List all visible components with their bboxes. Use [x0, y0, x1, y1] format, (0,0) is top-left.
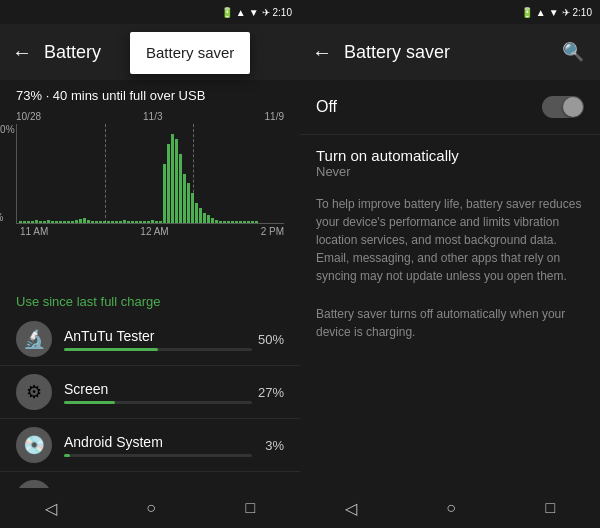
battery-saver-toggle[interactable]	[542, 96, 584, 118]
chart-bar	[75, 220, 78, 223]
chart-bar	[27, 221, 30, 223]
chart-bar	[91, 221, 94, 223]
nav-home-left[interactable]: ○	[126, 491, 176, 525]
battery-icon: 🔋	[221, 7, 233, 18]
chart-bar	[43, 221, 46, 223]
chart-bar	[55, 221, 58, 223]
chart-bar	[183, 174, 186, 224]
signal-icon-right: ▲	[536, 7, 546, 18]
chart-bar	[159, 221, 162, 223]
chart-bar	[131, 221, 134, 223]
description-1: To help improve battery life, battery sa…	[300, 183, 600, 297]
status-icons-right: 🔋 ▲ ▼ ✈ 2:10	[521, 7, 592, 18]
chart-bar	[187, 183, 190, 223]
chart-bars	[17, 124, 284, 223]
chart-bar	[107, 221, 110, 223]
app-info: Screen	[64, 381, 252, 404]
chart-bar	[195, 203, 198, 223]
chart-bar	[239, 221, 242, 223]
chart-bar	[163, 164, 166, 223]
chart-bar	[59, 221, 62, 223]
app-info: Android System	[64, 434, 252, 457]
date-label-3: 11/9	[265, 111, 284, 122]
chart-bar	[207, 215, 210, 223]
signal-icon: ▲	[236, 7, 246, 18]
description-2: Battery saver turns off automatically wh…	[300, 297, 600, 353]
chart-bar	[243, 221, 246, 223]
nav-home-right[interactable]: ○	[426, 491, 476, 525]
chart-bar	[191, 193, 194, 223]
y-label-top: 100%	[0, 124, 15, 135]
chart-bar	[19, 221, 22, 223]
back-button-left[interactable]: ←	[8, 37, 36, 68]
chart-bar	[47, 220, 50, 223]
wifi-icon: ▼	[249, 7, 259, 18]
off-label: Off	[316, 98, 542, 116]
status-icons-left: 🔋 ▲ ▼ ✈ 2:10	[221, 7, 292, 18]
chart-bar	[83, 218, 86, 223]
search-icon-right[interactable]: 🔍	[554, 37, 592, 67]
auto-subtitle: Never	[316, 164, 584, 179]
app-percent: 27%	[252, 385, 284, 400]
nav-recent-left[interactable]: □	[226, 491, 276, 525]
chart-bar	[151, 220, 154, 223]
tooltip-popup[interactable]: Battery saver	[130, 32, 250, 74]
nav-bar-right: ◁ ○ □	[300, 488, 600, 528]
app-icon: ⚙	[16, 374, 52, 410]
chart-bar	[247, 221, 250, 223]
list-item[interactable]: 💿 Android System 3%	[0, 419, 300, 472]
page-title-right: Battery saver	[344, 42, 546, 63]
chart-bar	[227, 221, 230, 223]
chart-bar	[39, 221, 42, 223]
chart-bar	[51, 221, 54, 223]
chart-bar	[235, 221, 238, 223]
nav-recent-right[interactable]: □	[526, 491, 576, 525]
airplane-icon-right: ✈	[562, 7, 570, 18]
chart-bar	[155, 221, 158, 223]
chart-bar	[31, 221, 34, 223]
chart-bar	[119, 221, 122, 223]
app-name: AnTuTu Tester	[64, 328, 252, 344]
date-label-2: 11/3	[143, 111, 162, 122]
list-item[interactable]: 🔬 AnTuTu Tester 50%	[0, 313, 300, 366]
chart-bar	[135, 221, 138, 223]
list-item[interactable]: 🎵 Mediaserver 2%	[0, 472, 300, 488]
app-bar-fill	[64, 454, 70, 457]
chart-bar	[95, 221, 98, 223]
x-label-3: 2 PM	[261, 226, 284, 237]
chart-bar	[231, 221, 234, 223]
chart-bar	[111, 221, 114, 223]
chart-bar	[123, 220, 126, 223]
chart-bar	[175, 139, 178, 223]
app-percent: 3%	[252, 438, 284, 453]
list-item[interactable]: ⚙ Screen 27%	[0, 366, 300, 419]
nav-back-right[interactable]: ◁	[325, 491, 377, 526]
app-name: Android System	[64, 434, 252, 450]
chart-bar	[115, 221, 118, 223]
app-bar-fill	[64, 401, 115, 404]
back-button-right[interactable]: ←	[308, 37, 336, 68]
chart-bar	[67, 221, 70, 223]
chart-y-labels: 100% 0%	[0, 124, 15, 223]
nav-back-left[interactable]: ◁	[25, 491, 77, 526]
chart-bar	[199, 208, 202, 223]
auto-section: Turn on automatically Never	[300, 135, 600, 183]
app-info: AnTuTu Tester	[64, 328, 252, 351]
chart-bar	[79, 219, 82, 223]
chart-bar	[167, 144, 170, 223]
app-list: 🔬 AnTuTu Tester 50% ⚙ Screen 27% 💿 Andro…	[0, 313, 300, 488]
chart-area: 10/28 11/3 11/9 100% 0% 11 AM 12 AM 2 PM	[0, 107, 300, 286]
app-bar-fill	[64, 348, 158, 351]
app-icon: 🎵	[16, 480, 52, 488]
chart-bar	[179, 154, 182, 223]
chart-bar	[147, 221, 150, 223]
right-panel: 🔋 ▲ ▼ ✈ 2:10 ← Battery saver 🔍 Off Turn …	[300, 0, 600, 528]
status-bar-right: 🔋 ▲ ▼ ✈ 2:10	[300, 0, 600, 24]
app-bar-container	[64, 454, 252, 457]
time-left: 2:10	[273, 7, 292, 18]
chart-bar	[71, 221, 74, 223]
chart-bar	[87, 220, 90, 223]
date-label-1: 10/28	[16, 111, 41, 122]
battery-saver-toggle-row: Off	[300, 80, 600, 135]
chart-bar	[143, 221, 146, 223]
